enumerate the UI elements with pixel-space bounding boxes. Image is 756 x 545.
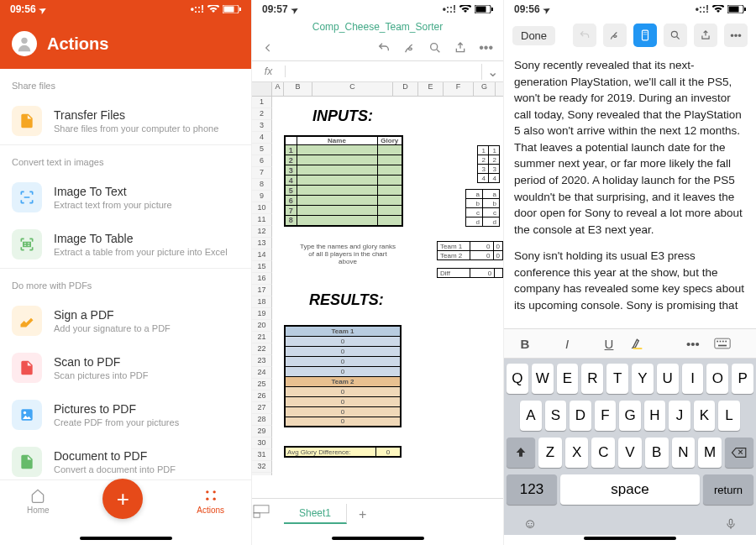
svg-rect-19 bbox=[643, 30, 648, 40]
fab-add[interactable]: + bbox=[102, 479, 143, 519]
add-sheet-button[interactable]: + bbox=[347, 504, 378, 526]
key-j[interactable]: J bbox=[669, 401, 690, 431]
share-button[interactable] bbox=[694, 24, 717, 47]
key-w[interactable]: W bbox=[532, 364, 554, 394]
avatar[interactable] bbox=[12, 31, 37, 56]
key-a[interactable]: A bbox=[520, 401, 542, 431]
key-t[interactable]: T bbox=[606, 364, 628, 394]
space-key[interactable]: space bbox=[560, 474, 700, 505]
svg-rect-24 bbox=[715, 339, 730, 349]
signal-icon: •::! bbox=[696, 3, 709, 15]
undo-button[interactable] bbox=[573, 24, 596, 47]
app-header: Actions bbox=[0, 18, 251, 69]
key-g[interactable]: G bbox=[619, 401, 641, 431]
nav-actions[interactable]: Actions bbox=[197, 487, 224, 515]
svg-rect-1 bbox=[224, 7, 234, 13]
undo-icon[interactable] bbox=[376, 41, 391, 55]
document-name[interactable]: Comp_Cheese_Team_Sorter bbox=[252, 18, 503, 35]
battery-icon bbox=[223, 5, 241, 13]
keyboard-toggle[interactable] bbox=[714, 338, 756, 349]
nav-home[interactable]: Home bbox=[27, 487, 50, 515]
key-i[interactable]: I bbox=[682, 364, 704, 394]
key-d[interactable]: D bbox=[570, 401, 591, 431]
battery-icon bbox=[475, 5, 493, 13]
share-icon[interactable] bbox=[454, 41, 467, 55]
action-image-to-table[interactable]: Image To Table Extract a table from your… bbox=[0, 221, 251, 268]
sheet-tab-1[interactable]: Sheet1 bbox=[284, 504, 347, 524]
draw-button[interactable] bbox=[603, 24, 627, 47]
editor-screen: 09:56 •::! Done ••• Sony recently reveal… bbox=[504, 0, 756, 545]
key-p[interactable]: P bbox=[732, 364, 753, 394]
key-r[interactable]: R bbox=[581, 364, 603, 394]
key-u[interactable]: U bbox=[657, 364, 679, 394]
shift-key[interactable] bbox=[507, 438, 535, 468]
highlight-button[interactable] bbox=[630, 337, 672, 350]
battery-icon bbox=[727, 5, 746, 13]
bold-button[interactable]: B bbox=[504, 337, 546, 351]
svg-rect-30 bbox=[729, 520, 732, 526]
search-icon[interactable] bbox=[428, 41, 442, 55]
svg-point-13 bbox=[431, 44, 438, 50]
backspace-key[interactable] bbox=[725, 438, 753, 468]
key-n[interactable]: N bbox=[672, 438, 696, 468]
formula-dropdown[interactable]: ⌄ bbox=[481, 64, 503, 80]
home-indicator[interactable] bbox=[332, 537, 424, 540]
key-s[interactable]: S bbox=[545, 401, 567, 431]
key-y[interactable]: Y bbox=[632, 364, 654, 394]
return-key[interactable]: return bbox=[703, 474, 753, 505]
key-m[interactable]: M bbox=[698, 438, 722, 468]
home-indicator[interactable] bbox=[80, 537, 172, 540]
status-time: 09:57 bbox=[262, 3, 288, 15]
italic-button[interactable]: I bbox=[546, 337, 588, 351]
status-time: 09:56 bbox=[514, 3, 540, 15]
ocr-text-icon bbox=[12, 182, 42, 212]
spreadsheet-screen: 09:57 •::! Comp_Cheese_Team_Sorter ••• f… bbox=[252, 0, 504, 545]
key-b[interactable]: B bbox=[645, 438, 669, 468]
svg-rect-29 bbox=[718, 345, 727, 347]
sheet-grid[interactable]: A B C D E F G 12345678910111213141516171… bbox=[252, 82, 503, 475]
more-icon[interactable]: ••• bbox=[479, 40, 493, 55]
action-sign-pdf[interactable]: Sign a PDF Add your signature to a PDF bbox=[0, 297, 251, 344]
emoji-key[interactable]: ☺ bbox=[523, 516, 537, 532]
ocr-table-icon bbox=[12, 229, 42, 259]
svg-rect-27 bbox=[722, 341, 724, 343]
home-indicator[interactable] bbox=[584, 537, 676, 540]
key-e[interactable]: E bbox=[557, 364, 579, 394]
key-q[interactable]: Q bbox=[507, 364, 528, 394]
key-l[interactable]: L bbox=[718, 401, 740, 431]
key-v[interactable]: V bbox=[618, 438, 642, 468]
mobile-view-button[interactable] bbox=[633, 24, 657, 47]
action-scan-pdf[interactable]: Scan to PDF Scan pictures into PDF bbox=[0, 344, 251, 391]
svg-rect-18 bbox=[744, 8, 746, 11]
section-share-label: Share files bbox=[0, 69, 251, 97]
more-format-button[interactable]: ••• bbox=[672, 337, 714, 351]
svg-point-22 bbox=[671, 31, 677, 37]
document-body[interactable]: Sony recently revealed that its next-gen… bbox=[504, 52, 756, 328]
svg-rect-12 bbox=[491, 8, 493, 11]
svg-rect-15 bbox=[254, 513, 260, 517]
key-c[interactable]: C bbox=[591, 438, 615, 468]
key-k[interactable]: K bbox=[694, 401, 716, 431]
action-pictures-pdf[interactable]: Pictures to PDF Create PDF from your pic… bbox=[0, 391, 251, 438]
draw-icon[interactable] bbox=[403, 41, 417, 55]
more-button[interactable]: ••• bbox=[724, 24, 748, 47]
sheet-picker-icon[interactable] bbox=[252, 504, 284, 519]
underline-button[interactable]: U bbox=[588, 337, 630, 351]
key-h[interactable]: H bbox=[644, 401, 666, 431]
find-button[interactable] bbox=[664, 24, 687, 47]
numeric-key[interactable]: 123 bbox=[507, 474, 557, 505]
key-o[interactable]: O bbox=[706, 364, 728, 394]
action-transfer-files[interactable]: Transfer Files Share files from your com… bbox=[0, 97, 251, 144]
mic-key[interactable] bbox=[725, 516, 737, 532]
pictures-icon bbox=[12, 400, 42, 430]
key-z[interactable]: Z bbox=[538, 438, 562, 468]
action-image-to-text[interactable]: Image To Text Extract text from your pic… bbox=[0, 174, 251, 221]
key-x[interactable]: X bbox=[565, 438, 589, 468]
page-title: Actions bbox=[47, 34, 108, 54]
key-f[interactable]: F bbox=[595, 401, 617, 431]
svg-rect-17 bbox=[729, 7, 739, 13]
location-icon bbox=[543, 3, 550, 15]
back-icon[interactable] bbox=[262, 42, 274, 54]
fx-label: fx bbox=[252, 66, 286, 77]
done-button[interactable]: Done bbox=[512, 26, 555, 45]
